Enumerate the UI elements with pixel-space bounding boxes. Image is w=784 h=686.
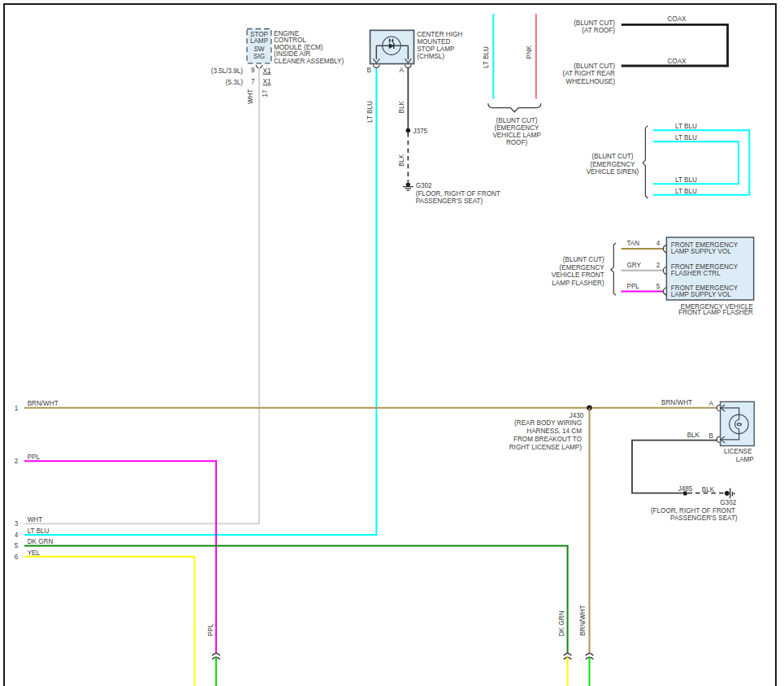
svg-text:17: 17 — [262, 89, 269, 98]
svg-text:5: 5 — [656, 283, 661, 290]
svg-text:WHT: WHT — [28, 516, 43, 523]
svg-text:BLK: BLK — [398, 154, 405, 167]
svg-text:PNK: PNK — [526, 45, 533, 59]
svg-text:FLASHER CTRL: FLASHER CTRL — [671, 270, 721, 277]
svg-text:(BLUNT CUT): (BLUNT CUT) — [574, 63, 615, 70]
svg-text:LT BLU: LT BLU — [28, 528, 50, 535]
svg-text:9: 9 — [251, 67, 255, 74]
svg-text:FRONT LAMP FLASHER: FRONT LAMP FLASHER — [678, 309, 753, 316]
svg-text:HARNESS, 14 CM: HARNESS, 14 CM — [526, 428, 582, 435]
svg-text:BRN/WHT: BRN/WHT — [28, 400, 58, 407]
svg-text:J430: J430 — [570, 412, 584, 419]
svg-text:1: 1 — [15, 405, 19, 412]
svg-text:PPL: PPL — [28, 454, 41, 461]
svg-text:PPL: PPL — [627, 283, 640, 290]
svg-text:LT BLU: LT BLU — [675, 188, 697, 195]
svg-text:STOP LAMP: STOP LAMP — [417, 46, 454, 53]
svg-text:G302: G302 — [416, 182, 432, 189]
svg-text:LAMP SUPPLY VOL: LAMP SUPPLY VOL — [671, 291, 732, 298]
svg-text:RIGHT LICENSE LAMP): RIGHT LICENSE LAMP) — [509, 444, 583, 451]
svg-text:CLEANER ASSEMBLY): CLEANER ASSEMBLY) — [274, 58, 344, 65]
svg-text:7: 7 — [251, 78, 255, 85]
svg-text:DK GRN: DK GRN — [28, 538, 54, 545]
svg-text:A: A — [400, 67, 405, 74]
svg-text:J485: J485 — [678, 485, 693, 493]
svg-text:TAN: TAN — [627, 240, 640, 247]
svg-text:G302: G302 — [720, 499, 736, 506]
svg-text:4: 4 — [15, 532, 19, 539]
svg-text:MOUNTED: MOUNTED — [417, 38, 450, 46]
svg-text:CENTER HIGH: CENTER HIGH — [417, 31, 462, 38]
svg-text:(BLUNT CUT): (BLUNT CUT) — [574, 20, 615, 27]
svg-text:BLK: BLK — [687, 432, 700, 439]
svg-text:(CHMSL): (CHMSL) — [417, 53, 444, 60]
svg-text:VEHICLE FRONT: VEHICLE FRONT — [552, 271, 604, 279]
svg-text:4: 4 — [656, 240, 661, 247]
svg-text:FROM BREAKOUT TO: FROM BREAKOUT TO — [513, 436, 582, 443]
svg-text:(EMERGENCY: (EMERGENCY — [494, 124, 539, 132]
svg-text:(5.3L): (5.3L) — [226, 79, 244, 86]
svg-text:COAX: COAX — [667, 58, 687, 65]
svg-text:PPL: PPL — [207, 623, 214, 636]
svg-text:2: 2 — [656, 262, 661, 269]
svg-text:A: A — [709, 400, 714, 407]
svg-text:VEHICLE SIREN): VEHICLE SIREN) — [587, 168, 639, 176]
svg-text:LT BLU: LT BLU — [366, 101, 374, 123]
svg-text:WHT: WHT — [247, 89, 254, 104]
svg-text:PASSENGER'S SEAT): PASSENGER'S SEAT) — [416, 198, 483, 205]
svg-text:ROOF): ROOF) — [506, 139, 527, 146]
svg-text:SIG: SIG — [253, 53, 265, 60]
svg-text:J375: J375 — [414, 128, 428, 135]
svg-text:LT BLU: LT BLU — [675, 134, 697, 141]
svg-text:2: 2 — [15, 458, 19, 465]
svg-text:(EMERGENCY: (EMERGENCY — [560, 264, 605, 271]
svg-text:(REAR BODY WIRING: (REAR BODY WIRING — [514, 419, 582, 427]
svg-text:WHEELHOUSE): WHEELHOUSE) — [566, 78, 616, 85]
svg-text:LT BLU: LT BLU — [675, 123, 697, 130]
svg-text:X1: X1 — [263, 67, 271, 75]
svg-text:(BLUNT CUT): (BLUNT CUT) — [563, 256, 604, 263]
svg-text:LT BLU: LT BLU — [675, 176, 697, 184]
svg-text:COAX: COAX — [667, 15, 687, 23]
svg-text:X1: X1 — [263, 78, 271, 85]
svg-text:GRY: GRY — [627, 262, 642, 269]
svg-text:5: 5 — [15, 542, 19, 549]
svg-text:(AT ROOF): (AT ROOF) — [582, 27, 615, 34]
svg-text:3: 3 — [15, 520, 19, 528]
svg-text:LAMP: LAMP — [250, 37, 268, 45]
svg-text:(BLUNT CUT): (BLUNT CUT) — [592, 153, 634, 160]
svg-text:B: B — [367, 67, 371, 74]
svg-text:(BLUNT CUT): (BLUNT CUT) — [496, 117, 538, 124]
svg-text:LAMP FLASHER): LAMP FLASHER) — [552, 280, 604, 287]
svg-text:6: 6 — [15, 554, 19, 561]
svg-text:B: B — [709, 432, 713, 440]
svg-text:DK GRN: DK GRN — [559, 610, 566, 636]
svg-text:BLK: BLK — [702, 486, 715, 493]
svg-text:(FLOOR, RIGHT OF FRONT: (FLOOR, RIGHT OF FRONT — [651, 507, 735, 514]
svg-text:PASSENGER'S SEAT): PASSENGER'S SEAT) — [670, 514, 738, 522]
svg-text:BRN/WHT: BRN/WHT — [580, 605, 587, 636]
svg-text:LAMP SUPPLY VOL: LAMP SUPPLY VOL — [671, 248, 732, 255]
svg-text:LAMP: LAMP — [736, 456, 754, 463]
svg-text:SW: SW — [253, 46, 264, 53]
svg-text:(AT RIGHT REAR: (AT RIGHT REAR — [562, 70, 615, 77]
svg-text:(3.5L/3.9L): (3.5L/3.9L) — [211, 67, 244, 75]
svg-text:BLK: BLK — [398, 101, 405, 114]
svg-text:BRN/WHT: BRN/WHT — [661, 399, 692, 406]
svg-text:LT BLU: LT BLU — [483, 46, 490, 68]
svg-text:VEHICLE LAMP: VEHICLE LAMP — [492, 132, 540, 139]
svg-text:(FLOOR, RIGHT OF FRONT: (FLOOR, RIGHT OF FRONT — [416, 190, 500, 198]
svg-text:LICENSE: LICENSE — [724, 448, 752, 455]
svg-text:YEL: YEL — [28, 549, 41, 557]
